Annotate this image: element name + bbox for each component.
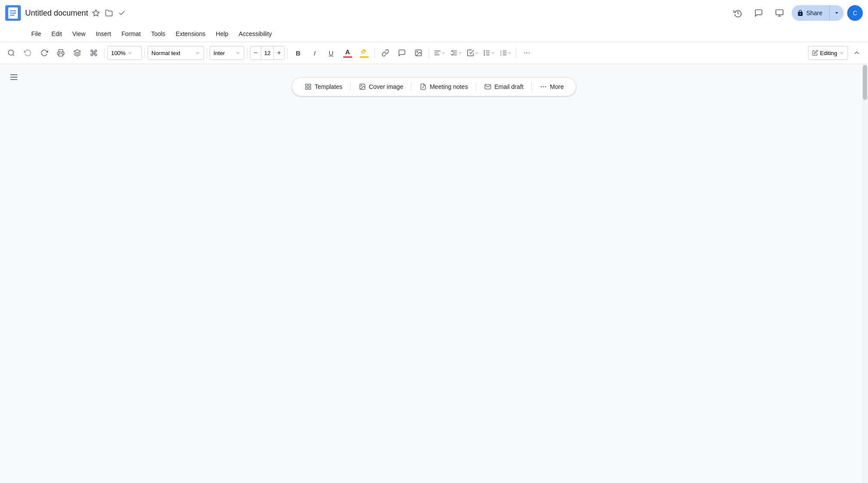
insert-image-button[interactable] [411, 45, 426, 61]
title-section: Untitled document [25, 8, 725, 18]
templates-icon [304, 83, 312, 91]
svg-point-33 [529, 52, 529, 53]
more-icon [539, 83, 547, 91]
insert-link-button[interactable] [378, 45, 393, 61]
share-button-main[interactable]: Share [792, 5, 829, 21]
toolbar-separator-2 [145, 48, 145, 58]
font-size-value[interactable]: 12 [261, 46, 274, 59]
svg-marker-4 [93, 10, 99, 16]
cloud-save-icon[interactable] [117, 8, 127, 18]
bullet-list-button[interactable] [481, 45, 497, 61]
svg-point-46 [545, 86, 546, 87]
more-options-button[interactable] [519, 45, 535, 61]
font-size-control: − 12 + [250, 46, 285, 60]
line-spacing-button[interactable] [448, 45, 464, 61]
share-button[interactable]: Share [792, 5, 844, 21]
menu-item-help[interactable]: Help [210, 29, 233, 39]
svg-rect-5 [776, 10, 783, 15]
comments-button[interactable] [750, 4, 767, 22]
more-button[interactable]: More [533, 80, 570, 93]
font-style-value: Normal text [151, 50, 180, 56]
scrollbar-thumb[interactable] [863, 65, 867, 100]
move-to-folder-icon[interactable] [104, 8, 114, 18]
svg-text:3: 3 [500, 54, 502, 56]
templates-button[interactable]: Templates [298, 80, 349, 93]
svg-rect-38 [309, 84, 311, 86]
svg-point-22 [484, 51, 485, 52]
font-style-select[interactable]: Normal text [148, 46, 204, 60]
search-button[interactable] [3, 45, 19, 61]
align-button[interactable] [432, 45, 447, 61]
collapse-toolbar-button[interactable] [849, 45, 865, 61]
toolbar-separator-3 [207, 48, 207, 58]
toolbar-separator-6 [375, 48, 375, 58]
svg-rect-39 [309, 87, 311, 89]
quick-btn-separator-4 [531, 82, 532, 91]
editing-mode-label: Editing [820, 50, 837, 56]
menu-item-edit[interactable]: Edit [46, 29, 67, 39]
undo-button[interactable] [20, 45, 36, 61]
title-bar: Untitled document [0, 0, 868, 26]
menu-item-format[interactable]: Format [116, 29, 146, 39]
checklist-button[interactable] [465, 45, 480, 61]
print-button[interactable] [53, 45, 69, 61]
meeting-notes-label: Meeting notes [430, 83, 468, 90]
menu-item-accessibility[interactable]: Accessibility [233, 29, 277, 39]
quick-btn-separator-1 [350, 82, 351, 91]
editing-mode-button[interactable]: Editing [808, 46, 848, 60]
toolbar-separator-7 [429, 48, 429, 58]
meeting-notes-button[interactable]: Meeting notes [413, 80, 474, 93]
present-mode-button[interactable] [771, 4, 788, 22]
menu-bar: File Edit View Insert Format Tools Exten… [0, 26, 868, 42]
meeting-notes-icon [419, 83, 427, 91]
share-dropdown-button[interactable] [830, 5, 844, 21]
toolbar-separator-1 [104, 48, 105, 58]
numbered-list-button[interactable]: 1 2 3 [498, 45, 513, 61]
scrollbar[interactable] [862, 64, 868, 483]
star-icon[interactable] [91, 8, 101, 18]
toolbar-separator-8 [516, 48, 516, 58]
quick-access-strip: Templates Cover image [292, 77, 576, 96]
underline-button[interactable]: U [323, 45, 339, 61]
outline-toggle-button[interactable] [5, 69, 23, 86]
quick-btn-separator-2 [411, 82, 411, 91]
spellcheck-button[interactable] [69, 45, 85, 61]
font-size-decrease-button[interactable]: − [250, 46, 261, 59]
text-color-indicator [343, 56, 352, 58]
zoom-control[interactable]: 100% [107, 46, 142, 60]
more-label: More [550, 83, 564, 90]
email-draft-icon [484, 83, 492, 91]
text-color-button[interactable]: A [340, 45, 355, 61]
svg-point-32 [526, 52, 527, 53]
share-label: Share [806, 10, 822, 16]
italic-button[interactable]: I [307, 45, 322, 61]
menu-item-insert[interactable]: Insert [91, 29, 116, 39]
paint-format-button[interactable] [86, 45, 102, 61]
svg-point-42 [361, 85, 362, 86]
toolbar: 100% Normal text Inter − 12 + B I U A [0, 42, 868, 64]
svg-rect-37 [306, 84, 308, 86]
insert-comment-button[interactable] [394, 45, 410, 61]
cover-image-icon [358, 83, 366, 91]
menu-item-file[interactable]: File [26, 29, 46, 39]
doc-title[interactable]: Untitled document [25, 9, 88, 18]
highlight-button[interactable] [356, 45, 372, 61]
font-family-select[interactable]: Inter [210, 46, 244, 60]
email-draft-button[interactable]: Email draft [478, 80, 529, 93]
quick-btn-separator-3 [476, 82, 476, 91]
svg-point-45 [543, 86, 543, 87]
font-size-increase-button[interactable]: + [274, 46, 284, 59]
font-family-value: Inter [214, 50, 225, 56]
templates-label: Templates [315, 83, 342, 90]
menu-item-tools[interactable]: Tools [146, 29, 171, 39]
menu-item-view[interactable]: View [67, 29, 91, 39]
redo-button[interactable] [36, 45, 52, 61]
bold-button[interactable]: B [290, 45, 306, 61]
zoom-value: 100% [111, 50, 125, 56]
history-button[interactable] [729, 4, 746, 22]
menu-item-extensions[interactable]: Extensions [171, 29, 210, 39]
cover-image-label: Cover image [369, 83, 403, 90]
document-area: Templates Cover image [0, 64, 868, 483]
user-avatar[interactable]: C [847, 5, 863, 21]
cover-image-button[interactable]: Cover image [352, 80, 409, 93]
